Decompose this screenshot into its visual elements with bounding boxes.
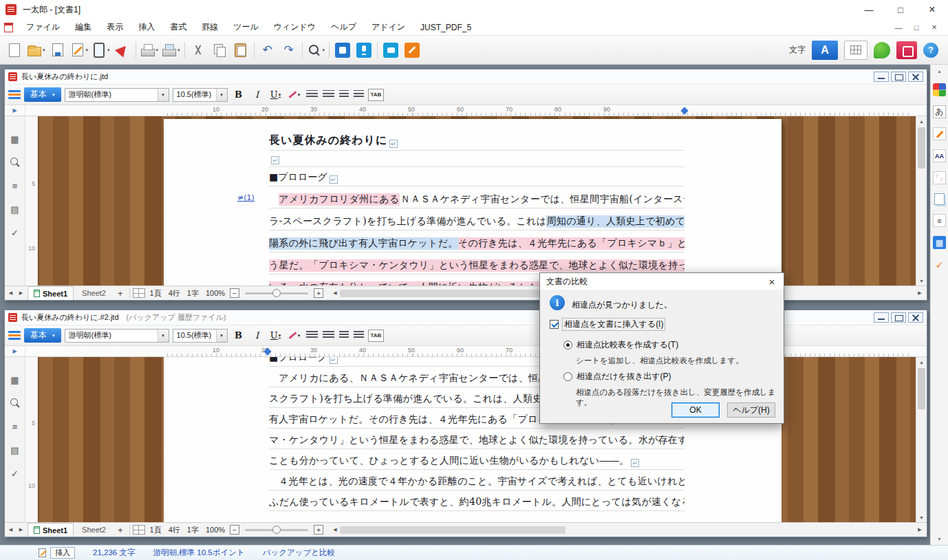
menu-item-1[interactable]: ファイル xyxy=(19,19,67,36)
page-view-icon[interactable]: ▤ xyxy=(9,203,21,215)
zoom-out-button[interactable]: − xyxy=(230,288,239,298)
photo-app-button[interactable] xyxy=(332,39,353,62)
vertical-ruler[interactable]: 510 xyxy=(25,116,38,286)
window-close-button[interactable] xyxy=(908,312,923,323)
text-mode-button[interactable]: A xyxy=(812,41,838,60)
menu-item-8[interactable]: ウィンドウ xyxy=(266,19,323,36)
command-menu-icon[interactable] xyxy=(8,90,21,99)
scroll-down-icon[interactable]: ▼ xyxy=(933,535,946,542)
scroll-up-icon[interactable]: ▲ xyxy=(933,67,946,74)
thumbnail-view-icon[interactable]: ▦ xyxy=(9,374,21,386)
menu-item-5[interactable]: 書式 xyxy=(162,19,194,36)
window-restore-button[interactable] xyxy=(891,312,906,323)
proof-check-icon[interactable]: ✓ xyxy=(9,467,21,480)
bracket-icon[interactable]: 「」 xyxy=(933,171,946,184)
outline-view-icon[interactable]: ≡ xyxy=(9,180,21,192)
tab-ruler-button[interactable]: TAB xyxy=(368,330,385,342)
scroll-up-icon[interactable]: ▲ xyxy=(916,116,927,126)
documents-icon[interactable] xyxy=(934,193,945,205)
print-settings-button[interactable]: ▾ xyxy=(160,39,182,62)
align-center-button[interactable] xyxy=(339,331,349,340)
scrollbar-thumb[interactable] xyxy=(918,127,925,169)
zoom-out-button[interactable]: − xyxy=(230,525,239,535)
insert-mode-indicator[interactable]: 挿入 xyxy=(50,547,75,559)
add-sheet-button[interactable]: + xyxy=(114,288,127,299)
menu-item-6[interactable]: 罫線 xyxy=(194,19,226,36)
expand-arrow-icon[interactable]: ▶ xyxy=(5,105,25,116)
menu-item-2[interactable]: 編集 xyxy=(67,19,99,36)
bold-button[interactable]: B xyxy=(231,328,246,343)
dialog-close-icon[interactable] xyxy=(760,273,784,290)
palette-icon[interactable] xyxy=(933,83,946,96)
child-minimize-button[interactable] xyxy=(890,21,907,34)
zoom-slider[interactable] xyxy=(245,529,308,531)
menu-item-10[interactable]: アドイン xyxy=(364,19,413,36)
align-left-button[interactable] xyxy=(323,90,334,99)
scroll-right-icon[interactable]: ▶ xyxy=(915,290,925,296)
italic-button[interactable]: I xyxy=(250,328,265,343)
insert-differences-checkbox[interactable] xyxy=(550,320,559,329)
bold-button[interactable]: B xyxy=(231,87,246,103)
scroll-left-icon[interactable]: ◀ xyxy=(330,290,340,296)
menu-item-11[interactable]: JUST_PDF_5 xyxy=(413,19,479,36)
font-style-icon[interactable]: AA xyxy=(933,149,946,162)
insert-differences-label[interactable]: 相違点を文書に挿入する(I) xyxy=(563,319,665,330)
window-minimize-button[interactable] xyxy=(874,312,889,323)
page-view-icon[interactable]: ▤ xyxy=(9,444,21,456)
green-balloon-icon[interactable] xyxy=(874,42,890,58)
help-button[interactable]: ? xyxy=(923,43,938,58)
outline-view-icon[interactable]: ≡ xyxy=(9,420,21,433)
pen-tool-button[interactable] xyxy=(402,39,422,62)
web-tool-button[interactable] xyxy=(380,39,401,62)
align-right-button[interactable] xyxy=(354,90,364,99)
align-justify-button[interactable] xyxy=(306,90,318,99)
proof-check-icon[interactable]: ✓ xyxy=(9,226,21,239)
search-button[interactable]: ▾ xyxy=(305,39,327,62)
font-size-select[interactable]: 10.5(標準)▾ xyxy=(173,88,228,102)
zoom-slider[interactable] xyxy=(245,292,308,294)
sheet-tab-sheet1[interactable]: Sheet1 xyxy=(28,523,74,537)
zoom-in-button[interactable]: + xyxy=(314,288,323,298)
open-folder-button[interactable]: ▾ xyxy=(25,39,47,62)
extract-differences-radio[interactable] xyxy=(563,372,572,381)
add-sheet-button[interactable]: + xyxy=(114,525,127,535)
cut-button[interactable] xyxy=(188,39,208,62)
window-minimize-button[interactable] xyxy=(874,72,889,82)
save-button[interactable] xyxy=(47,39,68,62)
scroll-down-icon[interactable]: ▼ xyxy=(916,513,927,522)
red-tool-icon[interactable] xyxy=(896,41,917,59)
command-menu-icon[interactable] xyxy=(8,331,21,340)
zoom-slider-thumb[interactable] xyxy=(272,526,281,534)
vertical-scrollbar[interactable]: ▲▼ xyxy=(916,357,927,522)
child-close-button[interactable] xyxy=(926,21,942,34)
menu-item-3[interactable]: 表示 xyxy=(99,19,131,36)
margin-marker[interactable] xyxy=(680,107,688,114)
sheet-next-icon[interactable]: ▶ xyxy=(17,290,25,296)
italic-button[interactable]: I xyxy=(250,87,265,103)
horizontal-scrollbar[interactable]: ◀▶ xyxy=(330,525,925,535)
kana-icon[interactable]: あ xyxy=(933,105,946,118)
horizontal-ruler[interactable]: 102030405060708090 xyxy=(25,346,927,356)
child-restore-button[interactable] xyxy=(908,21,925,34)
zoom-slider-thumb[interactable] xyxy=(272,289,281,297)
menu-item-7[interactable]: ツール xyxy=(226,19,266,36)
align-center-button[interactable] xyxy=(339,90,349,99)
dialog-help-button[interactable]: ヘルプ(H) xyxy=(727,402,775,418)
sheet-prev-icon[interactable]: ◀ xyxy=(7,290,14,296)
comparison-table-radio[interactable] xyxy=(563,341,572,349)
vertical-scrollbar[interactable]: ▲▼ xyxy=(916,116,927,286)
zoom-search-icon[interactable] xyxy=(9,156,21,169)
scroll-left-icon[interactable]: ◀ xyxy=(330,527,340,532)
font-name-select[interactable]: 游明朝(標準)▾ xyxy=(65,329,169,343)
scrollbar-thumb[interactable] xyxy=(340,290,565,297)
window-close-button[interactable] xyxy=(908,72,923,82)
sheet-next-icon[interactable]: ▶ xyxy=(17,527,25,532)
copy-button[interactable] xyxy=(209,39,230,62)
font-name-select[interactable]: 游明朝(標準)▾ xyxy=(65,88,169,102)
align-left-button[interactable] xyxy=(323,331,334,340)
expand-arrow-icon[interactable]: ▶ xyxy=(5,346,25,356)
highlight-pen-button[interactable]: ▾ xyxy=(287,87,302,103)
thumbnail-view-icon[interactable]: ▦ xyxy=(9,133,21,145)
document-menu-icon[interactable] xyxy=(4,23,13,32)
sheet-prev-icon[interactable]: ◀ xyxy=(7,527,14,532)
